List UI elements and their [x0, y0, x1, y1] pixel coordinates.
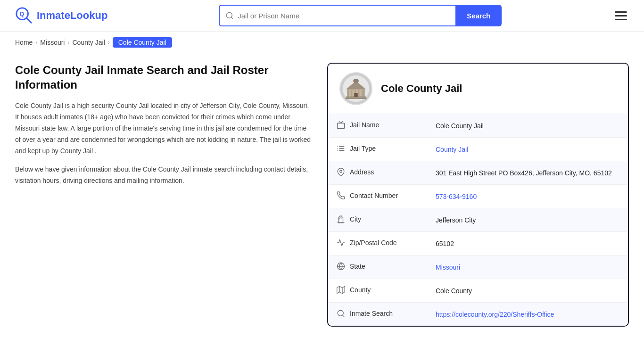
table-row: StateMissouri — [328, 255, 628, 279]
breadcrumb-chevron-2: › — [67, 39, 69, 46]
info-value-zip: 65102 — [427, 232, 628, 255]
info-label-jail_name: Jail Name — [328, 114, 427, 138]
table-row: Contact Number573-634-9160 — [328, 185, 628, 208]
info-value-state[interactable]: Missouri — [427, 255, 628, 279]
svg-text:Q: Q — [20, 11, 25, 17]
logo-icon: Q — [15, 7, 33, 25]
info-label-state: State — [328, 255, 427, 279]
search-button[interactable]: Search — [455, 5, 502, 26]
hamburger-line-3 — [615, 19, 627, 20]
info-value-inmate_search[interactable]: https://colecounty.org/220/Sheriffs-Offi… — [427, 303, 628, 326]
table-row: Address301 East High Street PO Box426, J… — [328, 161, 628, 185]
table-row: Inmate Searchhttps://colecounty.org/220/… — [328, 303, 628, 326]
hamburger-menu[interactable] — [613, 9, 629, 22]
info-label-jail_type: Jail Type — [328, 138, 427, 161]
info-value-contact_number[interactable]: 573-634-9160 — [427, 185, 628, 208]
info-label-inmate_search: Inmate Search — [328, 303, 427, 326]
table-row: Jail NameCole County Jail — [328, 114, 628, 138]
table-row: Jail TypeCounty Jail — [328, 138, 628, 161]
breadcrumb-current: Cole County Jail — [113, 37, 172, 48]
page-title: Cole County Jail Inmate Search and Jail … — [15, 63, 312, 92]
jail-card: Cole County Jail Jail NameCole County Ja… — [327, 63, 629, 327]
header: Q InmateLookup Search — [0, 0, 644, 32]
left-column: Cole County Jail Inmate Search and Jail … — [15, 63, 312, 194]
search-input[interactable] — [234, 12, 450, 20]
table-row: CountyCole County — [328, 279, 628, 303]
page-desc-1: Cole County Jail is a high security Coun… — [15, 100, 312, 156]
info-value-city: Jefferson City — [427, 208, 628, 232]
search-bar: Search — [219, 5, 502, 26]
svg-line-4 — [231, 17, 233, 18]
info-table: Jail NameCole County JailJail TypeCounty… — [328, 114, 628, 326]
info-link-jail_type[interactable]: County Jail — [436, 146, 468, 153]
breadcrumb-home[interactable]: Home — [15, 39, 33, 46]
table-row: Zip/Postal Code65102 — [328, 232, 628, 255]
info-value-county: Cole County — [427, 279, 628, 303]
hamburger-line-2 — [615, 15, 627, 16]
svg-point-12 — [353, 79, 359, 83]
svg-line-36 — [342, 315, 344, 316]
breadcrumb-chevron-3: › — [108, 39, 110, 46]
jail-building-icon — [342, 74, 370, 103]
svg-marker-32 — [337, 287, 345, 294]
info-value-jail_name: Cole County Jail — [427, 114, 628, 138]
logo-text: InmateLookup — [37, 9, 107, 22]
info-value-address: 301 East High Street PO Box426, Jefferso… — [427, 161, 628, 185]
svg-rect-15 — [354, 93, 358, 97]
info-label-zip: Zip/Postal Code — [328, 232, 427, 255]
info-label-city: City — [328, 208, 427, 232]
jail-card-header: Cole County Jail — [328, 64, 628, 114]
hamburger-line-1 — [615, 11, 627, 13]
jail-card-name: Cole County Jail — [381, 82, 462, 95]
info-link-state[interactable]: Missouri — [436, 263, 460, 271]
info-link-inmate_search[interactable]: https://colecounty.org/220/Sheriffs-Offi… — [436, 311, 554, 318]
svg-rect-25 — [339, 217, 343, 223]
table-row: CityJefferson City — [328, 208, 628, 232]
svg-rect-14 — [346, 98, 367, 99]
right-column: Cole County Jail Jail NameCole County Ja… — [327, 63, 629, 327]
svg-point-23 — [340, 170, 342, 173]
page-desc-2: Below we have given information about th… — [15, 164, 312, 187]
info-label-contact_number: Contact Number — [328, 185, 427, 208]
search-input-wrap — [219, 5, 455, 26]
info-label-address: Address — [328, 161, 427, 185]
logo[interactable]: Q InmateLookup — [15, 7, 107, 25]
info-value-jail_type[interactable]: County Jail — [427, 138, 628, 161]
info-label-county: County — [328, 279, 427, 303]
svg-line-2 — [27, 18, 31, 23]
info-link-contact_number[interactable]: 573-634-9160 — [436, 193, 477, 200]
breadcrumb: Home › Missouri › County Jail › Cole Cou… — [0, 32, 644, 53]
main-content: Cole County Jail Inmate Search and Jail … — [0, 53, 644, 346]
breadcrumb-missouri[interactable]: Missouri — [40, 39, 65, 46]
breadcrumb-chevron-1: › — [35, 39, 37, 46]
breadcrumb-county-jail[interactable]: County Jail — [72, 39, 105, 46]
svg-rect-16 — [338, 123, 345, 128]
jail-avatar — [339, 72, 372, 105]
search-icon — [225, 11, 234, 20]
